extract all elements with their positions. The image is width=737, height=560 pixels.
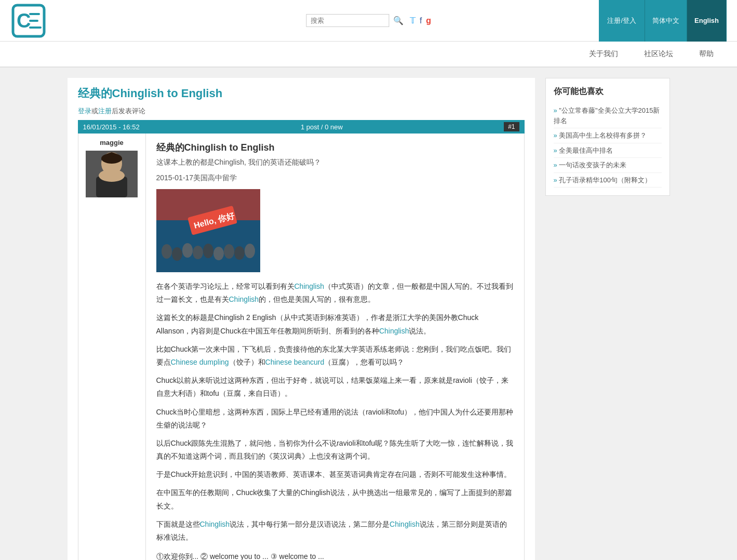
chinglish-link-5[interactable]: Chinglish xyxy=(390,520,420,528)
google-icon[interactable]: g xyxy=(426,16,431,25)
top-right-bar: 注册/登入 简体中文 English xyxy=(599,0,727,42)
sidebar-item-1[interactable]: "公立常春藤"全美公立大学2015新排名 xyxy=(554,103,662,128)
facebook-icon[interactable]: f xyxy=(420,16,422,25)
chinglish-link-1[interactable]: Chinglish xyxy=(294,282,325,290)
content-area: 经典的Chinglish to English 登录或注册后发表评论 16/01… xyxy=(68,78,535,560)
sidebar-item-2[interactable]: 美国高中生上名校得有多拼？ xyxy=(554,128,662,143)
svg-point-16 xyxy=(193,246,203,259)
svg-point-19 xyxy=(224,244,234,259)
search-icon[interactable]: 🔍 xyxy=(393,16,404,25)
post-body: 经典的Chinglish to English 这课本上教的都是Chinglis… xyxy=(146,134,524,560)
auth-button[interactable]: 注册/登入 xyxy=(599,0,645,42)
sidebar-item-3[interactable]: 全美最佳高中排名 xyxy=(554,143,662,158)
nav-about[interactable]: 关于我们 xyxy=(586,49,621,59)
avatar-image xyxy=(86,151,138,197)
nav-forum[interactable]: 社区论坛 xyxy=(641,49,676,59)
sidebar-title: 你可能也喜欢 xyxy=(554,86,662,97)
svg-point-9 xyxy=(99,169,125,182)
sidebar: 你可能也喜欢 "公立常春藤"全美公立大学2015新排名 美国高中生上名校得有多拼… xyxy=(545,78,670,560)
post-paragraph-7: 于是Chuck开始意识到，中国的英语教师、英语课本、甚至英语词典肯定存在问题，否… xyxy=(156,468,514,481)
sidebar-list: "公立常春藤"全美公立大学2015新排名 美国高中生上名校得有多拼？ 全美最佳高… xyxy=(554,103,662,188)
main-container: 经典的Chinglish to English 登录或注册后发表评论 16/01… xyxy=(57,78,680,560)
twitter-icon[interactable]: 𝕋 xyxy=(410,16,416,25)
post-paragraph-2: 这篇长文的标题是Chinglish 2 English（从中式英语到标准英语），… xyxy=(156,311,514,337)
chinese-dumpling-text: Chinese dumpling xyxy=(171,358,229,366)
svg-point-18 xyxy=(213,247,224,260)
english-button[interactable]: English xyxy=(687,0,727,42)
nav-bar: 关于我们 社区论坛 帮助 xyxy=(0,42,737,68)
post-image: Hello, 你好 xyxy=(156,189,260,272)
chinglish-link-2[interactable]: Chinglish xyxy=(229,295,259,303)
post-subtitle-1: 这课本上教的都是Chinglish, 我们的英语还能破吗？ xyxy=(156,158,514,167)
svg-point-15 xyxy=(182,243,193,258)
login-link[interactable]: 登录 xyxy=(78,107,91,115)
register-link[interactable]: 注册 xyxy=(98,107,112,115)
chinese-beancurd-text: Chinese beancurd xyxy=(265,358,325,366)
post-count: 1 post / 0 new xyxy=(301,123,343,131)
post-paragraph-1: 在各个英语学习论坛上，经常可以看到有关Chinglish（中式英语）的文章，但一… xyxy=(156,280,514,306)
chinglish-link-3[interactable]: Chinglish xyxy=(379,327,409,335)
post-article-title: 经典的Chinglish to English xyxy=(156,141,514,154)
chinglish-link-4[interactable]: Chinglish xyxy=(200,520,230,528)
top-bar: C 🔍 𝕋 f g 注册/登入 简体中文 English xyxy=(0,0,737,42)
nav-help[interactable]: 帮助 xyxy=(696,49,716,59)
post-paragraph-5: Chuck当时心里暗想，这两种东西，国际上早已经有通用的说法（ravioli和t… xyxy=(156,406,514,432)
sidebar-item-4[interactable]: 一句话改变孩子的未来 xyxy=(554,158,662,173)
svg-text:C: C xyxy=(17,10,31,32)
svg-point-20 xyxy=(234,246,245,260)
simplified-chinese-button[interactable]: 简体中文 xyxy=(645,0,687,42)
post-number: #1 xyxy=(504,122,519,131)
search-area: 🔍 𝕋 f g xyxy=(306,14,431,27)
post-meta-bar: 16/01/2015 - 16:52 1 post / 0 new #1 xyxy=(78,120,525,134)
author-name: maggie xyxy=(100,139,124,146)
svg-point-17 xyxy=(203,244,213,258)
login-prompt: 登录或注册后发表评论 xyxy=(78,106,525,116)
search-input[interactable] xyxy=(306,14,389,27)
site-logo: C xyxy=(10,3,47,39)
post-subtitle-2: 2015-01-17美国高中留学 xyxy=(156,174,514,183)
post-paragraph-4: Chuck以前从来听说过这两种东西，但出于好奇，就说可以，结果饭菜端上来一看，原… xyxy=(156,374,514,400)
svg-point-13 xyxy=(162,244,172,259)
post-image-svg: Hello, 你好 xyxy=(156,189,260,272)
post-paragraph-8: 在中国五年的任教期间，Chuck收集了大量的Chinglish说法，从中挑选出一… xyxy=(156,486,514,512)
svg-point-21 xyxy=(245,244,255,258)
page-title: 经典的Chinglish to English xyxy=(78,86,525,101)
svg-point-14 xyxy=(172,247,182,261)
post-paragraph-3: 比如Chuck第一次来中国，下飞机后，负责接待他的东北某大学英语系练老师说：您刚… xyxy=(156,343,514,369)
post-paragraph-9: 下面就是这些Chinglish说法，其中每行第一部分是汉语说法，第二部分是Chi… xyxy=(156,518,514,544)
post-container: maggie 经典的Chinglish to Eng xyxy=(78,134,525,560)
avatar xyxy=(86,151,138,197)
post-date: 16/01/2015 - 16:52 xyxy=(83,123,140,131)
sidebar-box: 你可能也喜欢 "公立常春藤"全美公立大学2015新排名 美国高中生上名校得有多拼… xyxy=(545,78,670,196)
author-column: maggie xyxy=(78,134,146,560)
post-paragraph-6: 以后Chuck跟陈先生混熟了，就问他，当初你为什么不说ravioli和tofu呢… xyxy=(156,437,514,463)
logo-area: C xyxy=(10,3,47,39)
sidebar-item-5[interactable]: 孔子语录精华100句（附释文） xyxy=(554,173,662,188)
list-item-1: ①欢迎你到... ② welcome you to ... ③ welcome … xyxy=(156,549,514,560)
